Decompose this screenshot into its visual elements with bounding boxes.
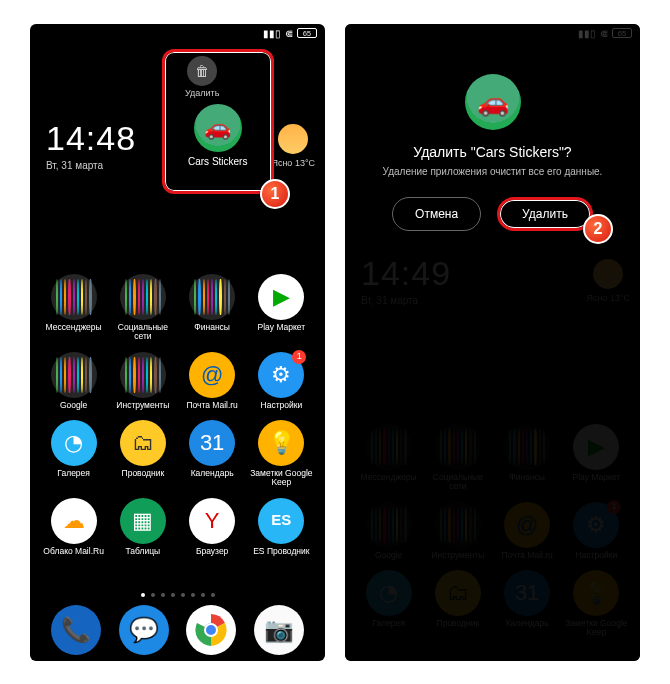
dialog-app-icon: 🚗 <box>465 74 521 130</box>
app-label: Мессенджеры <box>40 323 107 332</box>
phone-uninstall-dialog: ▮▮▯ ⋐ 65 14:49 Вт, 31 марта Ясно 13°C Ме… <box>345 24 640 661</box>
step-badge-2: 2 <box>583 214 613 244</box>
app-icon: 🗂 <box>120 420 166 466</box>
app-es-проводник[interactable]: ESES Проводник <box>248 498 315 556</box>
signal-icon: ▮▮▯ <box>263 28 281 39</box>
app-label: Социальные сети <box>109 323 176 342</box>
weather-widget[interactable]: Ясно 13°C <box>271 124 315 168</box>
app-мессенджеры[interactable]: Мессенджеры <box>40 274 107 342</box>
app-icon: ES <box>258 498 304 544</box>
step-badge-1: 1 <box>260 179 290 209</box>
folder-icon <box>51 274 97 320</box>
app-инструменты[interactable]: Инструменты <box>109 352 176 410</box>
trash-icon: 🗑 <box>187 56 217 86</box>
app-label: Облако Mail.Ru <box>40 547 107 556</box>
weather-temp: 13°C <box>295 158 315 168</box>
phone-app[interactable]: 📞 <box>51 605 101 655</box>
app-icon: ⚙1 <box>258 352 304 398</box>
app-социальные-сети[interactable]: Социальные сети <box>109 274 176 342</box>
app-галерея[interactable]: ◔Галерея <box>40 420 107 488</box>
camera-app[interactable]: 📷 <box>254 605 304 655</box>
app-label: Проводник <box>109 469 176 478</box>
dragged-app-label: Cars Stickers <box>188 156 247 167</box>
folder-icon <box>189 274 235 320</box>
phone-home-screen: ▮▮▯ ⋐ 65 🗑 Удалить 🚗 Cars Stickers 14:48… <box>30 24 325 661</box>
app-почта-mail.ru[interactable]: @Почта Mail.ru <box>179 352 246 410</box>
app-label: Календарь <box>179 469 246 478</box>
battery-indicator: 65 <box>297 28 317 38</box>
folder-icon <box>120 352 166 398</box>
app-label: Таблицы <box>109 547 176 556</box>
app-label: Галерея <box>40 469 107 478</box>
app-label: Заметки Google Keep <box>248 469 315 488</box>
app-label: Google <box>40 401 107 410</box>
dialog-overlay: 🚗 Удалить "Cars Stickers"? Удаление прил… <box>345 24 640 661</box>
app-icon: ▦ <box>120 498 166 544</box>
app-play-маркет[interactable]: ▶Play Маркет <box>248 274 315 342</box>
app-grid: МессенджерыСоциальные сетиФинансы▶Play М… <box>30 274 325 556</box>
app-label: Play Маркет <box>248 323 315 332</box>
app-финансы[interactable]: Финансы <box>179 274 246 342</box>
app-label: ES Проводник <box>248 547 315 556</box>
notification-badge: 1 <box>292 350 306 364</box>
folder-icon <box>120 274 166 320</box>
app-браузер[interactable]: YБраузер <box>179 498 246 556</box>
app-настройки[interactable]: ⚙1Настройки <box>248 352 315 410</box>
delete-drop-target[interactable]: 🗑 Удалить <box>185 56 219 98</box>
app-icon: Y <box>189 498 235 544</box>
folder-icon <box>51 352 97 398</box>
app-заметки-google-keep[interactable]: 💡Заметки Google Keep <box>248 420 315 488</box>
app-icon: @ <box>189 352 235 398</box>
app-icon: ☁ <box>51 498 97 544</box>
weather-condition: Ясно <box>271 158 292 168</box>
app-label: Настройки <box>248 401 315 410</box>
dialog-buttons: Отмена Удалить <box>392 197 593 231</box>
app-icon: ◔ <box>51 420 97 466</box>
app-icon: 💡 <box>258 420 304 466</box>
car-sticker-icon: 🚗 <box>194 104 242 152</box>
delete-label: Удалить <box>185 88 219 98</box>
wifi-icon: ⋐ <box>285 28 293 39</box>
sun-icon <box>278 124 308 154</box>
clock-date: Вт, 31 марта <box>46 160 136 171</box>
app-icon: 31 <box>189 420 235 466</box>
dialog-subtitle: Удаление приложения очистит все его данн… <box>383 166 603 177</box>
app-label: Инструменты <box>109 401 176 410</box>
dock: 📞 💬 📷 <box>30 605 325 655</box>
app-label: Браузер <box>179 547 246 556</box>
cancel-button[interactable]: Отмена <box>392 197 481 231</box>
status-bar: ▮▮▯ ⋐ 65 <box>30 24 325 42</box>
app-label: Финансы <box>179 323 246 332</box>
clock-widget[interactable]: 14:48 Вт, 31 марта <box>46 119 136 171</box>
confirm-delete-button[interactable]: Удалить <box>497 197 593 231</box>
app-проводник[interactable]: 🗂Проводник <box>109 420 176 488</box>
page-indicator[interactable] <box>30 593 325 597</box>
dragged-app[interactable]: 🚗 Cars Stickers <box>188 104 247 167</box>
app-google[interactable]: Google <box>40 352 107 410</box>
app-icon: ▶ <box>258 274 304 320</box>
dialog-title: Удалить "Cars Stickers"? <box>413 144 571 160</box>
app-label: Почта Mail.ru <box>179 401 246 410</box>
app-календарь[interactable]: 31Календарь <box>179 420 246 488</box>
app-таблицы[interactable]: ▦Таблицы <box>109 498 176 556</box>
messages-app[interactable]: 💬 <box>119 605 169 655</box>
svg-point-2 <box>205 624 217 636</box>
chrome-app[interactable] <box>186 605 236 655</box>
clock-time: 14:48 <box>46 119 136 158</box>
app-облако-mail.ru[interactable]: ☁Облако Mail.Ru <box>40 498 107 556</box>
